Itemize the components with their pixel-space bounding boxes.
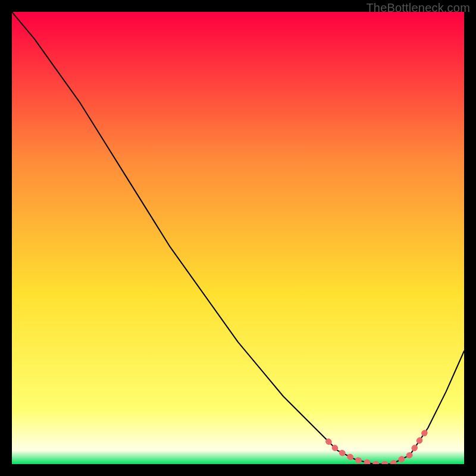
chart-svg	[12, 12, 464, 464]
gradient-background	[12, 12, 464, 464]
chart-container: TheBottleneck.com	[0, 0, 476, 476]
plot-area	[12, 12, 464, 464]
